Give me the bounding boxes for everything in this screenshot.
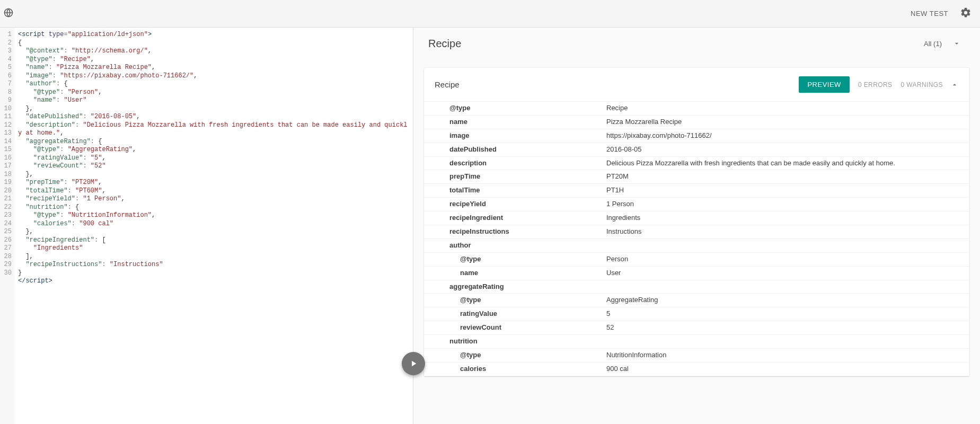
line-number: 11 [0,113,12,121]
code-line[interactable]: "nutrition": { [18,204,408,212]
results-filter-label: All (1) [924,40,942,48]
property-key: totalTime [424,184,606,197]
property-key: name [424,267,606,280]
warnings-count: 0 WARNINGS [900,81,943,89]
property-value: AggregateRating [606,294,969,307]
code-line[interactable]: "@context": "http://schema.org/", [18,47,408,56]
code-line[interactable]: "description": "Delicious Pizza Mozzarel… [18,121,408,138]
table-row: namePizza Mozzarella Recipe [424,116,969,129]
result-card-header[interactable]: Recipe PREVIEW 0 ERRORS 0 WARNINGS [424,68,969,101]
topbar: NEW TEST [0,0,980,28]
table-row: ratingValue5 [424,307,969,321]
line-number: 13 [0,129,12,138]
property-table: @typeRecipenamePizza Mozzarella Recipeim… [424,101,969,376]
code-line[interactable]: }, [18,105,408,113]
code-line[interactable]: "@type": "NutritionInformation", [18,211,408,220]
line-number: 7 [0,80,12,89]
line-number: 15 [0,146,12,154]
code-line[interactable]: "author": { [18,80,408,89]
code-line[interactable]: ], [18,253,408,261]
code-line[interactable]: "ratingValue": "5", [18,154,408,163]
line-number: 1 [0,31,12,39]
code-line[interactable]: "Ingredients" [18,244,408,253]
line-number: 9 [0,96,12,105]
code-line[interactable]: "reviewCount": "52" [18,162,408,171]
line-number: 17 [0,162,12,171]
globe-icon[interactable] [3,7,14,20]
results-pane: Recipe All (1) Recipe PREVIEW 0 ERRORS 0… [413,28,980,424]
line-gutter: 1234567891011121314151617181920212223242… [0,28,15,424]
property-key: description [424,157,606,170]
results-filter-select[interactable]: All (1) [920,36,965,51]
code-line[interactable]: } [18,269,408,278]
code-line[interactable]: "datePublished": "2016-08-05", [18,113,408,121]
line-number: 8 [0,89,12,97]
property-key: prepTime [424,170,606,183]
property-key: recipeIngredient [424,211,606,225]
line-number: 4 [0,56,12,64]
code-line[interactable]: }, [18,228,408,236]
code-line[interactable]: "recipeInstructions": "Instructions" [18,261,408,269]
new-test-button[interactable]: NEW TEST [903,5,956,22]
line-number: 22 [0,204,12,212]
play-icon [409,359,418,368]
code-line[interactable]: }, [18,171,408,179]
code-content[interactable]: <script type="application/ld+json">{ "@c… [15,28,413,424]
code-line[interactable]: "recipeYield": "1 Person", [18,195,408,204]
code-line[interactable]: "image": "https://pixabay.com/photo-7116… [18,72,408,81]
property-key: calories [424,363,606,376]
line-number: 10 [0,105,12,113]
code-line[interactable]: "prepTime": "PT20M", [18,179,408,187]
line-number: 3 [0,47,12,56]
property-value: 5 [606,307,969,321]
table-row: aggregateRating [424,280,969,294]
table-row: nameUser [424,267,969,280]
property-key: ratingValue [424,307,606,321]
chevron-down-icon [952,39,961,48]
code-editor[interactable]: 1234567891011121314151617181920212223242… [0,28,413,424]
code-line[interactable]: "calories": "900 cal" [18,220,408,228]
property-key: @type [424,253,606,266]
property-key: recipeYield [424,198,606,211]
property-value: PT1H [606,184,969,197]
preview-button[interactable]: PREVIEW [799,76,849,93]
property-key: recipeInstructions [424,225,606,238]
property-value: PT20M [606,170,969,183]
property-key: nutrition [424,335,606,348]
line-number: 19 [0,179,12,187]
line-number: 23 [0,211,12,220]
code-line[interactable]: "@type": "AggregateRating", [18,146,408,154]
line-number: 30 [0,269,12,278]
line-number: 26 [0,236,12,245]
gear-icon[interactable] [956,7,972,20]
table-row: @typeNutritionInformation [424,349,969,363]
results-title: Recipe [428,38,461,50]
line-number: 24 [0,220,12,228]
table-row: recipeInstructionsInstructions [424,225,969,239]
property-value: User [606,267,969,280]
line-number: 12 [0,121,12,130]
code-line[interactable]: "name": "Pizza Mozzarella Recipe", [18,64,408,72]
code-line[interactable]: { [18,39,408,48]
chevron-up-icon[interactable] [950,81,959,89]
code-line[interactable]: </script> [18,277,408,286]
property-value [606,280,969,285]
code-line[interactable]: "recipeIngredient": [ [18,236,408,245]
property-key: @type [424,349,606,362]
code-line[interactable]: "@type": "Recipe", [18,56,408,64]
code-line[interactable]: <script type="application/ld+json"> [18,31,408,39]
code-line[interactable]: "totalTime": "PT60M", [18,187,408,196]
errors-count: 0 ERRORS [858,81,893,89]
property-key: image [424,129,606,143]
code-line[interactable]: "aggregateRating": { [18,138,408,146]
line-number: 5 [0,64,12,72]
property-value: Recipe [606,102,969,115]
run-button[interactable] [402,352,425,375]
table-row: datePublished2016-08-05 [424,143,969,157]
result-card-title: Recipe [435,80,460,89]
table-row: calories900 cal [424,363,969,376]
code-line[interactable]: "name": "User" [18,96,408,105]
line-number: 25 [0,228,12,236]
line-number: 18 [0,171,12,179]
code-line[interactable]: "@type": "Person", [18,89,408,97]
